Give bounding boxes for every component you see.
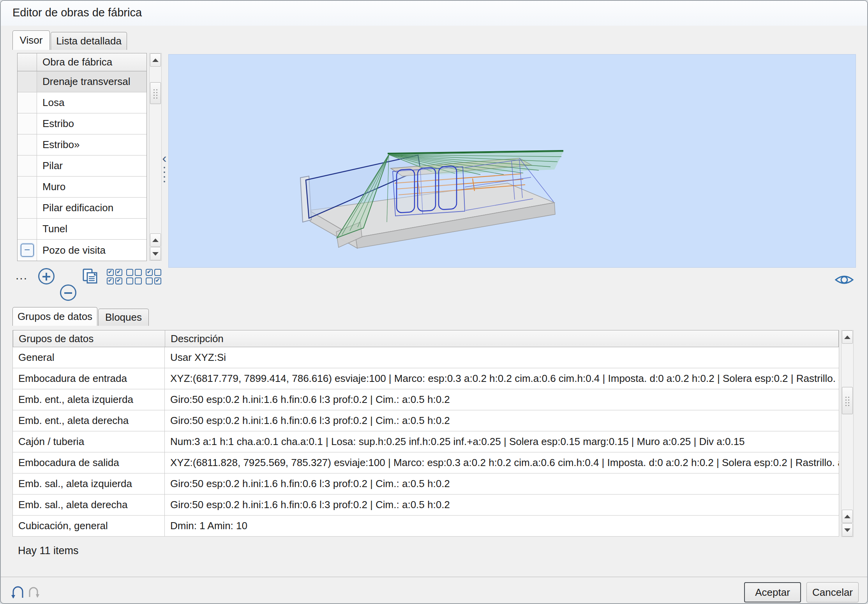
group-name-cell: Embocadura de salida [13, 452, 165, 473]
description-cell: Giro:50 esp:0.2 h.ini:1.6 h.fin:0.6 l:3 … [165, 410, 839, 431]
list-item[interactable]: Pilar edificacion [18, 198, 146, 219]
list-item-label: Pilar edificacion [37, 198, 146, 218]
cancel-button[interactable]: Cancelar [806, 582, 859, 602]
group-name-cell: Embocadura de entrada [13, 368, 165, 389]
title-bar: Editor de obras de fábrica [1, 1, 867, 26]
table-row[interactable]: Embocadura de entrada XYZ:(6817.779, 789… [13, 368, 839, 389]
column-header-descripcion[interactable]: Descripción [165, 330, 838, 347]
table-row[interactable]: Emb. ent., aleta derecha Giro:50 esp:0.2… [13, 410, 839, 431]
table-scrollbar[interactable] [841, 330, 854, 537]
table-row[interactable]: Emb. sal., aleta derecha Giro:50 esp:0.2… [13, 495, 839, 516]
scroll-up-button-2[interactable] [150, 233, 161, 247]
row-selector-cell[interactable] [18, 219, 37, 239]
list-item-label: Pozo de visita [37, 240, 146, 261]
description-cell: XYZ:(6811.828, 7925.569, 785.327) esviaj… [165, 452, 839, 473]
row-selector-cell[interactable] [18, 240, 37, 261]
scroll-up-button[interactable] [150, 53, 161, 67]
undo-icon[interactable] [9, 582, 26, 602]
grip-dots-icon [153, 89, 157, 97]
obra-column-header[interactable]: Obra de fábrica [37, 53, 146, 71]
select-none-grid-icon[interactable] [126, 269, 142, 284]
redo-icon[interactable] [26, 582, 41, 601]
down-arrow-icon [844, 528, 850, 532]
scroll-down-button[interactable] [150, 247, 161, 260]
description-cell: Giro:50 esp:0.2 h.ini:1.6 h.fin:0.6 l:3 … [165, 473, 839, 494]
table-scroll-up-button[interactable] [842, 330, 853, 344]
list-item-label: Muro [37, 177, 146, 197]
list-item-label: Drenaje transversal [37, 71, 146, 92]
list-item[interactable]: Muro [18, 177, 146, 198]
up-arrow-icon [152, 58, 159, 62]
culvert-3d-model [169, 55, 856, 268]
dialog-editor-obras-de-fabrica: Editor de obras de fábrica Visor Lista d… [0, 0, 868, 604]
panel-splitter-handle[interactable]: ‹ [160, 152, 169, 195]
row-selector-cell[interactable] [18, 92, 37, 113]
tab-visor[interactable]: Visor [12, 30, 50, 50]
list-item[interactable]: Estribo [18, 113, 146, 134]
row-selector-cell[interactable] [18, 155, 37, 176]
collapse-left-chevron-icon: ‹ [162, 152, 166, 164]
row-selector-cell[interactable] [18, 113, 37, 134]
list-item-label: Estribo» [37, 134, 146, 155]
column-header-grupos[interactable]: Grupos de datos [13, 330, 165, 347]
table-row[interactable]: Cajón / tuberia Num:3 a:1 h:1 cha.a:0.1 … [13, 431, 839, 452]
list-scrollbar-thumb[interactable] [150, 82, 161, 104]
status-item-count: Hay 11 items [18, 545, 79, 557]
data-groups-table: Grupos de datos Descripción General Usar… [12, 330, 839, 537]
table-row[interactable]: Emb. ent., aleta izquierda Giro:50 esp:0… [13, 389, 839, 410]
table-row[interactable]: Cubicación, general Dmin: 1 Amin: 10 [13, 516, 839, 537]
more-options-button[interactable]: ... [16, 269, 28, 282]
table-body: General Usar XYZ:Si Embocadura de entrad… [13, 347, 839, 537]
remove-circle-icon[interactable] [60, 284, 76, 301]
dialog-title: Editor de obras de fábrica [12, 6, 142, 19]
list-item[interactable]: Estribo» [18, 134, 146, 155]
3d-viewport[interactable] [168, 54, 856, 268]
row-selector-cell[interactable] [18, 71, 37, 92]
accept-button[interactable]: Aceptar [744, 582, 801, 602]
tab-visor-label: Visor [20, 34, 43, 46]
table-row[interactable]: Embocadura de salida XYZ:(6811.828, 7925… [13, 452, 839, 473]
row-selector-cell[interactable] [18, 177, 37, 197]
invert-selection-grid-icon[interactable] [146, 269, 161, 284]
add-circle-icon[interactable] [38, 268, 55, 284]
copy-icon[interactable] [82, 268, 100, 285]
description-cell: Giro:50 esp:0.2 h.ini:1.6 h.fin:0.6 l:3 … [165, 389, 839, 410]
collapse-minus-icon[interactable] [21, 244, 34, 257]
table-scroll-down-button[interactable] [842, 523, 853, 537]
group-name-cell: Emb. ent., aleta izquierda [13, 389, 165, 410]
up-arrow-icon [152, 238, 159, 242]
list-item[interactable]: Drenaje transversal [18, 71, 146, 92]
tab-grupos-de-datos[interactable]: Grupos de datos [12, 307, 97, 326]
table-scroll-up-button-2[interactable] [842, 510, 853, 523]
tab-lista-detallada[interactable]: Lista detallada [51, 32, 127, 50]
row-selector-cell[interactable] [18, 134, 37, 155]
table-header: Grupos de datos Descripción [13, 330, 839, 347]
visibility-eye-icon[interactable] [834, 271, 854, 288]
tab-bloques-label: Bloques [105, 311, 142, 323]
table-row[interactable]: General Usar XYZ:Si [13, 347, 839, 368]
select-all-grid-icon[interactable] [107, 269, 122, 284]
splitter-dots-icon [164, 167, 165, 168]
accept-button-label: Aceptar [755, 586, 790, 599]
list-item[interactable]: Tunel [18, 219, 146, 240]
group-name-cell: Emb. sal., aleta derecha [13, 495, 165, 515]
table-scrollbar-thumb[interactable] [842, 387, 853, 414]
description-cell: Usar XYZ:Si [165, 347, 839, 368]
group-name-cell: Emb. ent., aleta derecha [13, 410, 165, 431]
list-item[interactable]: Pozo de visita [18, 240, 146, 261]
table-row[interactable]: Emb. sal., aleta izquierda Giro:50 esp:0… [13, 473, 839, 495]
list-item[interactable]: Pilar [18, 155, 146, 177]
list-item-label: Tunel [37, 219, 146, 239]
tab-lista-detallada-label: Lista detallada [56, 35, 122, 47]
description-cell: Dmin: 1 Amin: 10 [165, 516, 839, 536]
group-name-cell: Cajón / tuberia [13, 431, 165, 452]
footer-divider [1, 577, 867, 577]
tab-bloques[interactable]: Bloques [98, 309, 149, 326]
up-arrow-icon [844, 336, 850, 339]
row-selector-cell[interactable] [18, 198, 37, 218]
list-item[interactable]: Losa [18, 92, 146, 113]
obra-grid-header[interactable]: Obra de fábrica [18, 53, 146, 71]
tab-grupos-label: Grupos de datos [18, 311, 92, 323]
down-arrow-icon [152, 252, 159, 256]
description-cell: Giro:50 esp:0.2 h.ini:1.6 h.fin:0.6 l:3 … [165, 495, 839, 515]
